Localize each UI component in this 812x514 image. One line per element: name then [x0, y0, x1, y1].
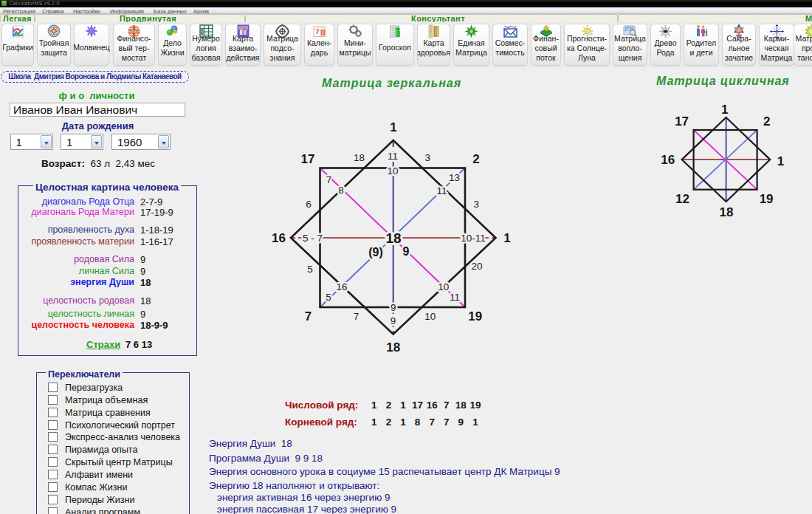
svg-text:17: 17 [675, 114, 689, 128]
svg-text:18: 18 [719, 205, 733, 219]
svg-text:1: 1 [390, 120, 396, 134]
svg-text:10: 10 [387, 165, 398, 177]
svg-text:3: 3 [425, 152, 431, 163]
svg-text:6: 6 [306, 199, 312, 210]
svg-text:2: 2 [763, 114, 770, 128]
svg-text:19: 19 [760, 192, 774, 206]
svg-text:5: 5 [307, 264, 313, 275]
svg-text:1: 1 [503, 231, 510, 245]
svg-text:18: 18 [354, 152, 365, 163]
svg-text:17: 17 [301, 152, 315, 166]
svg-text:16: 16 [661, 153, 675, 167]
svg-text:11: 11 [436, 185, 447, 196]
svg-text:10-11: 10-11 [461, 233, 486, 244]
svg-text:(9): (9) [368, 246, 383, 258]
svg-text:7: 7 [326, 174, 332, 185]
svg-text:5 - 7: 5 - 7 [303, 233, 323, 244]
svg-text:10: 10 [424, 311, 436, 322]
svg-text:10: 10 [438, 281, 449, 292]
svg-text:1: 1 [777, 154, 784, 168]
svg-text:13: 13 [449, 172, 460, 183]
svg-text:7: 7 [315, 28, 319, 35]
svg-text:18: 18 [385, 230, 401, 246]
svg-text:16: 16 [336, 281, 347, 292]
svg-text:11: 11 [450, 292, 460, 303]
svg-text:20: 20 [471, 261, 482, 272]
svg-text:1: 1 [721, 103, 728, 117]
svg-text:16: 16 [272, 231, 286, 245]
svg-text:9: 9 [390, 315, 396, 326]
svg-text:19: 19 [468, 309, 482, 323]
svg-text:12: 12 [675, 192, 689, 206]
svg-text:7: 7 [305, 309, 312, 323]
svg-text:2: 2 [472, 152, 479, 166]
svg-text:18: 18 [386, 340, 400, 354]
svg-text:5: 5 [326, 292, 331, 303]
svg-text:8: 8 [338, 185, 344, 196]
svg-text:9: 9 [390, 302, 396, 313]
svg-text:11: 11 [388, 151, 398, 162]
svg-text:3: 3 [474, 199, 480, 210]
svg-text:9: 9 [403, 245, 410, 258]
svg-text:7: 7 [354, 311, 359, 322]
